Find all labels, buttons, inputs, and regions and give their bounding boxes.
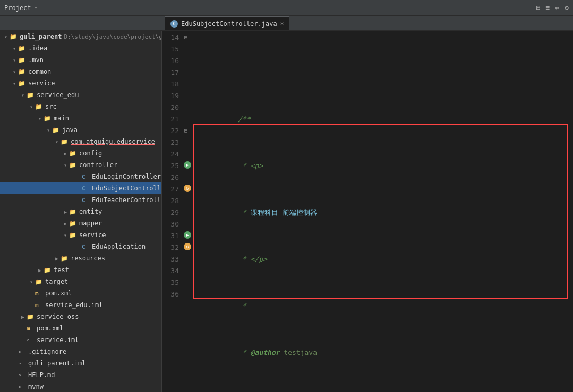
sidebar-item-resources[interactable]: ▶ 📁 resources <box>0 252 161 264</box>
sidebar-item-java[interactable]: ▾ 📁 java <box>0 124 161 136</box>
sidebar-item-help-md[interactable]: ∘ HELP.md <box>0 369 161 381</box>
project-label[interactable]: Project <box>4 4 31 12</box>
service-arrow-icon: ▾ <box>11 81 18 86</box>
sidebar-item-edu-teacher-controller[interactable]: C EduTeacherController <box>0 194 161 206</box>
tab-edu-subject-controller[interactable]: C EduSubjectController.java ✕ <box>165 16 289 30</box>
sidebar-item-pom-service[interactable]: m pom.xml <box>0 323 161 334</box>
sidebar-item-common[interactable]: ▾ 📁 common <box>0 66 161 77</box>
sidebar-item-entity[interactable]: ▶ 📁 entity <box>0 206 161 217</box>
target-label: target <box>45 278 68 285</box>
gutter-marker-25[interactable]: ▶ <box>184 161 191 169</box>
sidebar-item-service-oss[interactable]: ▶ 📁 service_oss <box>0 311 161 323</box>
sidebar-item-service-iml[interactable]: ∘ service.iml <box>0 334 161 346</box>
oss-label: service_oss <box>37 313 79 320</box>
line-num-22: 22 <box>162 125 179 137</box>
sidebar-item-src[interactable]: ▾ 📁 src <box>0 101 161 112</box>
list-icon[interactable]: ≡ <box>546 4 550 12</box>
sidebar-item-pom-service-edu[interactable]: m pom.xml <box>0 288 161 299</box>
help-label: HELP.md <box>28 371 55 379</box>
line-num-32: 32 <box>162 242 179 254</box>
java-arrow-icon: ▾ <box>45 127 52 133</box>
code-text: /** <box>238 115 250 123</box>
mapper-folder-icon: 📁 <box>69 220 78 227</box>
gitignore-label: .gitignore <box>28 348 66 355</box>
fold-marker-14[interactable]: ⊟ <box>184 32 188 43</box>
sidebar-item-edu-application[interactable]: C EduApplication <box>0 241 161 252</box>
line-num-26: 26 <box>162 172 179 184</box>
root-folder-icon: 📁 <box>10 33 18 40</box>
idea-arrow-icon: ▾ <box>11 46 18 51</box>
app-label: EduApplication <box>92 243 146 250</box>
line-num-27: 27 <box>162 184 179 195</box>
srv-iml-icon: ∘ <box>27 337 35 344</box>
src-label: src <box>45 103 57 110</box>
sidebar-item-service-edu-iml[interactable]: m service_edu.iml <box>0 299 161 311</box>
tab-close-icon[interactable]: ✕ <box>280 20 284 27</box>
line-num-16: 16 <box>162 55 179 67</box>
chevron-down-icon[interactable]: ▾ <box>35 5 38 11</box>
code-text: * <box>238 349 250 356</box>
sidebar-item-idea[interactable]: ▾ 📁 .idea <box>0 42 161 54</box>
mvn-label: .mvn <box>28 56 44 64</box>
code-line-20: * @since 2022-08-20 <box>196 382 568 392</box>
code-line-15: * <p> <box>196 149 568 160</box>
sidebar-item-mvnw[interactable]: ∘ mvnw <box>0 381 161 392</box>
sidebar-item-mapper[interactable]: ▶ 📁 mapper <box>0 217 161 229</box>
code-editor[interactable]: 14 15 16 17 18 19 20 21 22 23 24 25 26 2… <box>162 31 573 392</box>
mvnw-label: mvnw <box>28 383 44 390</box>
mapper-label: mapper <box>79 220 102 227</box>
code-lines[interactable]: /** * <p> * 课程科目 前端控制器 * </p> * <box>194 31 573 392</box>
line-num-36: 36 <box>162 289 179 300</box>
root-label: guli_parent <box>20 33 62 40</box>
tab-bar: C EduSubjectController.java ✕ <box>0 16 573 31</box>
sidebar-item-edu-subject-controller[interactable]: C EduSubjectController <box>0 182 161 194</box>
subject-ctrl-icon: C <box>82 185 90 192</box>
line-num-23: 23 <box>162 137 179 149</box>
help-icon: ∘ <box>18 372 27 379</box>
java-folder-icon: 📁 <box>52 127 61 134</box>
sidebar-item-test[interactable]: ▶ 📁 test <box>0 264 161 276</box>
code-text: * <box>238 208 250 216</box>
sidebar-item-gitignore[interactable]: ∘ .gitignore <box>0 346 161 358</box>
code-line-14: /** <box>196 102 568 114</box>
sidebar-item-mvn[interactable]: ▾ 📁 .mvn <box>0 54 161 66</box>
controller-folder-icon: 📁 <box>69 162 78 169</box>
guli-iml-icon: ∘ <box>18 360 27 367</box>
controller-arrow-icon: ▾ <box>62 162 69 168</box>
service-edu-label: service_edu <box>37 91 79 99</box>
target-arrow-icon: ▾ <box>28 279 35 285</box>
sidebar-item-com-atguigu[interactable]: ▾ 📁 com.atguigu.eduservice <box>0 136 161 147</box>
sidebar-item-service[interactable]: ▾ 📁 service <box>0 77 161 89</box>
code-text: * </p> <box>238 255 267 263</box>
service-folder-icon: 📁 <box>18 80 27 87</box>
resources-label: resources <box>71 255 105 262</box>
sync-icon[interactable]: ⇔ <box>555 4 559 12</box>
atguigu-folder-icon: 📁 <box>61 138 69 145</box>
sidebar-item-config[interactable]: ▶ 📁 config <box>0 147 161 159</box>
gutter-marker-32[interactable]: ↻ <box>184 243 191 250</box>
service-inner-arrow-icon: ▾ <box>62 232 69 238</box>
title-bar: Project ▾ ⊞ ≡ ⇔ ⚙ <box>0 0 573 16</box>
sidebar-item-controller[interactable]: ▾ 📁 controller <box>0 159 161 171</box>
settings-icon[interactable]: ⚙ <box>565 4 569 12</box>
entity-label: entity <box>79 208 102 215</box>
controller-label: controller <box>79 161 117 169</box>
sidebar-item-target[interactable]: ▾ 📁 target <box>0 276 161 288</box>
line-num-21: 21 <box>162 114 179 125</box>
sidebar-item-main[interactable]: ▾ 📁 main <box>0 112 161 124</box>
structure-icon[interactable]: ⊞ <box>536 4 541 12</box>
sidebar[interactable]: ▾ 📁 guli_parent D:\study\java\code\proje… <box>0 31 162 392</box>
sidebar-item-guli-iml[interactable]: ∘ guli_parent.iml <box>0 358 161 369</box>
sidebar-root[interactable]: ▾ 📁 guli_parent D:\study\java\code\proje… <box>0 31 161 42</box>
mvnw-icon: ∘ <box>18 384 27 390</box>
sidebar-item-service-inner[interactable]: ▾ 📁 service <box>0 229 161 241</box>
config-label: config <box>79 150 102 157</box>
mvn-folder-icon: 📁 <box>18 57 27 64</box>
sidebar-item-edu-login-controller[interactable]: C EduLoginController <box>0 171 161 182</box>
gutter-marker-27[interactable]: ↻ <box>184 185 191 192</box>
gutter-marker-31[interactable]: ▶ <box>184 231 191 239</box>
fold-marker-22[interactable]: ⊟ <box>184 125 188 137</box>
entity-arrow-icon: ▶ <box>62 209 69 215</box>
sidebar-item-service-edu[interactable]: ▾ 📁 service_edu <box>0 89 161 101</box>
iml-edu-label: service_edu.iml <box>45 301 102 309</box>
